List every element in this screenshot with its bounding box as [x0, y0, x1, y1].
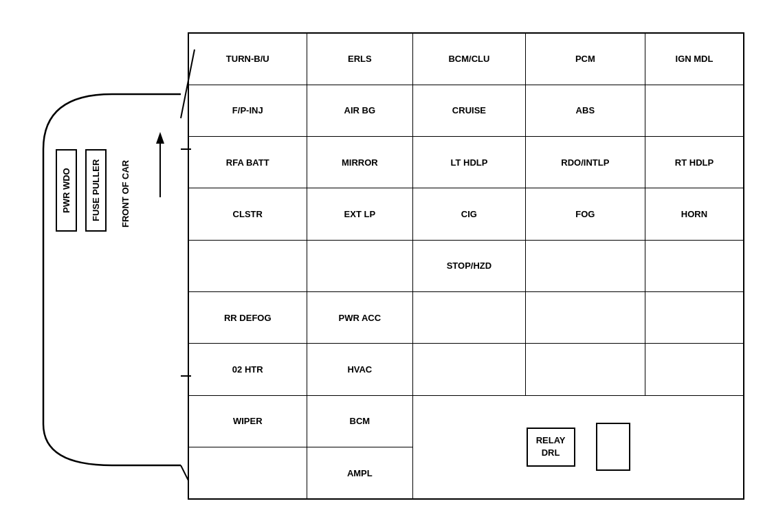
fuse-cell: ABS [525, 85, 645, 136]
fuse-cell: CLSTR [188, 188, 307, 240]
fuse-puller-box: FUSE PULLER [85, 149, 107, 232]
table-row: STOP/HZD [188, 240, 744, 291]
table-row: F/P-INJ AIR BG CRUISE ABS [188, 85, 744, 136]
fuse-cell: CIG [413, 188, 526, 240]
fuse-cell-empty [525, 344, 645, 395]
fuse-cell-empty [188, 447, 307, 499]
table-row: CLSTR EXT LP CIG FOG HORN [188, 188, 744, 240]
front-of-car-label: FRONT OF CAR [120, 149, 131, 239]
table-row: RFA BATT MIRROR LT HDLP RDO/INTLP RT HDL… [188, 137, 744, 188]
fuse-cell: CRUISE [413, 85, 526, 136]
relay-drl-box: RELAYDRL [527, 428, 575, 466]
fuse-cell: AMPL [307, 447, 413, 499]
fuse-cell: BCM/CLU [413, 33, 526, 85]
fuse-cell-empty [525, 292, 645, 344]
fuse-cell-empty [645, 292, 744, 344]
fuse-table: TURN-B/U ERLS BCM/CLU PCM IGN MDL F/P-IN… [188, 32, 744, 500]
fuse-cell: RFA BATT [188, 137, 307, 188]
fuse-cell: PCM [525, 33, 645, 85]
fuse-cell: AIR BG [307, 85, 413, 136]
fuse-cell: HORN [645, 188, 744, 240]
fuse-cell: STOP/HZD [413, 240, 526, 291]
fuse-cell-empty [645, 240, 744, 291]
table-row: WIPER BCM RELAYDRL [188, 395, 744, 447]
fuse-cell: WIPER [188, 395, 307, 447]
fuse-cell: MIRROR [307, 137, 413, 188]
fuse-cell: ERLS [307, 33, 413, 85]
fuse-cell: HVAC [307, 344, 413, 395]
diagram-container: PWR WDO FUSE PULLER FRONT OF CAR TURN-B/… [23, 12, 751, 520]
fuse-cell: TURN-B/U [188, 33, 307, 85]
fuse-cell: FOG [525, 188, 645, 240]
pwr-wdo-box: PWR WDO [56, 149, 77, 232]
fuse-cell-empty [413, 344, 526, 395]
fuse-cell: EXT LP [307, 188, 413, 240]
fuse-cell: RDO/INTLP [525, 137, 645, 188]
fuse-cell: LT HDLP [413, 137, 526, 188]
fuse-cell: PWR ACC [307, 292, 413, 344]
fuse-cell-empty [645, 85, 744, 136]
fuse-cell: RR DEFOG [188, 292, 307, 344]
fuse-cell: 02 HTR [188, 344, 307, 395]
svg-marker-5 [156, 132, 164, 144]
fuse-cell: IGN MDL [645, 33, 744, 85]
fuse-cell-empty [307, 240, 413, 291]
fuse-table-wrapper: TURN-B/U ERLS BCM/CLU PCM IGN MDL F/P-IN… [188, 32, 744, 500]
fuse-cell-empty [645, 344, 744, 395]
fuse-cell: RT HDLP [645, 137, 744, 188]
relay-cell: RELAYDRL [413, 395, 744, 499]
fuse-cell-empty [413, 292, 526, 344]
relay-small-box [596, 423, 630, 471]
fuse-cell: F/P-INJ [188, 85, 307, 136]
table-row: TURN-B/U ERLS BCM/CLU PCM IGN MDL [188, 33, 744, 85]
table-row: RR DEFOG PWR ACC [188, 292, 744, 344]
table-row: 02 HTR HVAC [188, 344, 744, 395]
fuse-cell-empty [525, 240, 645, 291]
fuse-cell-empty [188, 240, 307, 291]
fuse-cell: BCM [307, 395, 413, 447]
